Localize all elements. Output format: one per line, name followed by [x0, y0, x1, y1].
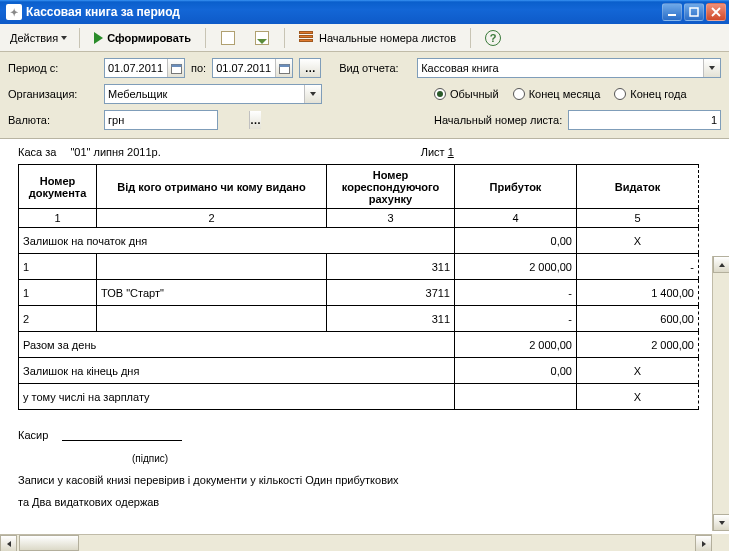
scroll-down-icon[interactable] [713, 514, 729, 531]
period-to-input[interactable] [213, 59, 275, 77]
mode-usual[interactable]: Обычный [434, 88, 499, 100]
scroll-left-icon[interactable] [0, 535, 17, 551]
report-type-field[interactable] [417, 58, 721, 78]
ellipsis-icon[interactable]: … [249, 111, 261, 129]
page-down-icon [254, 30, 270, 46]
cell-out: 1 400,00 [577, 280, 699, 306]
cell-doc: 2 [19, 306, 97, 332]
cell-span-label: Залишок на кінець дня [19, 358, 455, 384]
page-up-button[interactable] [214, 28, 242, 48]
cell-in: 0,00 [455, 358, 577, 384]
table-row: 13112 000,00- [19, 254, 699, 280]
cell-span-label: Разом за день [19, 332, 455, 358]
page-down-button[interactable] [248, 28, 276, 48]
cell-in: 2 000,00 [455, 254, 577, 280]
maximize-button[interactable] [684, 3, 704, 21]
start-page-label: Начальный номер листа: [434, 114, 562, 126]
report-type-input[interactable] [418, 59, 703, 77]
signer-label: Касир [18, 429, 48, 441]
org-field[interactable] [104, 84, 322, 104]
page-up-icon [220, 30, 236, 46]
svg-rect-3 [171, 64, 181, 67]
toolbar-separator [205, 28, 206, 48]
period-from-input[interactable] [105, 59, 167, 77]
cell-in: - [455, 280, 577, 306]
period-from-label: Период с: [8, 62, 98, 74]
cell-who: ТОВ "Старт" [97, 280, 327, 306]
scroll-thumb[interactable] [19, 535, 79, 551]
cell-span-label: у тому числі на зарплату [19, 384, 455, 410]
radio-icon [513, 88, 525, 100]
kasa-date: "01" липня 2011р. [70, 146, 160, 158]
period-from-field[interactable] [104, 58, 185, 78]
actions-label: Действия [10, 32, 58, 44]
currency-input[interactable] [105, 111, 249, 129]
idx-1: 1 [19, 209, 97, 228]
report-type-label: Вид отчета: [339, 62, 411, 74]
col-who: Від кого отримано чи кому видано [97, 165, 327, 209]
mode-radio-group: Обычный Конец месяца Конец года [434, 88, 687, 100]
cell-out: Х [577, 358, 699, 384]
start-page-input[interactable] [569, 111, 720, 129]
app-icon: ✦ [6, 4, 22, 20]
initial-numbers-button[interactable]: Начальные номера листов [293, 29, 462, 47]
idx-4: 4 [455, 209, 577, 228]
dropdown-icon[interactable] [304, 85, 321, 103]
mode-year-end[interactable]: Конец года [614, 88, 686, 100]
table-row: Разом за день2 000,002 000,00 [19, 332, 699, 358]
org-input[interactable] [105, 85, 304, 103]
toolbar: Действия Сформировать Начальные номера л… [0, 24, 729, 52]
period-to-label: по: [191, 62, 206, 74]
currency-label: Валюта: [8, 114, 98, 126]
cell-out: Х [577, 384, 699, 410]
cell-in: 0,00 [455, 228, 577, 254]
cell-acct: 311 [327, 306, 455, 332]
report-footer: Касир (підпис) Записи у касовій книзі пе… [18, 428, 698, 508]
col-acct: Номер кореспондуючого рахунку [327, 165, 455, 209]
cell-who [97, 254, 327, 280]
close-button[interactable] [706, 3, 726, 21]
cell-in: - [455, 306, 577, 332]
cell-span-label: Залишок на початок дня [19, 228, 455, 254]
currency-field[interactable]: … [104, 110, 218, 130]
help-button[interactable]: ? [479, 28, 507, 48]
calendar-icon[interactable] [275, 59, 292, 77]
period-to-field[interactable] [212, 58, 293, 78]
vertical-scrollbar[interactable] [712, 256, 729, 531]
scroll-up-icon[interactable] [713, 256, 729, 273]
cell-out: 2 000,00 [577, 332, 699, 358]
idx-2: 2 [97, 209, 327, 228]
mode-month-end[interactable]: Конец месяца [513, 88, 601, 100]
idx-5: 5 [577, 209, 699, 228]
start-page-field[interactable] [568, 110, 721, 130]
form-label: Сформировать [107, 32, 191, 44]
report-header: Каса за "01" липня 2011р. Лист 1 [18, 146, 711, 158]
kasa-label: Каса за [18, 146, 56, 158]
mode-usual-label: Обычный [450, 88, 499, 100]
horizontal-scrollbar[interactable] [0, 534, 712, 551]
dropdown-icon[interactable] [703, 59, 720, 77]
toolbar-separator [470, 28, 471, 48]
cell-out: - [577, 254, 699, 280]
minimize-button[interactable] [662, 3, 682, 21]
toolbar-separator [79, 28, 80, 48]
toolbar-separator [284, 28, 285, 48]
scroll-right-icon[interactable] [695, 535, 712, 551]
table-row: Залишок на початок дня0,00Х [19, 228, 699, 254]
table-row: 2311-600,00 [19, 306, 699, 332]
cell-out: Х [577, 228, 699, 254]
cash-table: Номер документа Від кого отримано чи ком… [18, 164, 699, 410]
cell-doc: 1 [19, 254, 97, 280]
cell-out: 600,00 [577, 306, 699, 332]
svg-rect-1 [690, 8, 698, 16]
table-row: Залишок на кінець дня0,00Х [19, 358, 699, 384]
table-row: 1ТОВ "Старт"3711-1 400,00 [19, 280, 699, 306]
play-icon [94, 32, 103, 44]
col-out: Видаток [577, 165, 699, 209]
calendar-icon[interactable] [167, 59, 184, 77]
window-title: Кассовая книга за период [26, 5, 662, 19]
period-picker-button[interactable]: … [299, 58, 321, 78]
form-button[interactable]: Сформировать [88, 30, 197, 46]
actions-dropdown[interactable]: Действия [6, 30, 71, 46]
radio-icon [434, 88, 446, 100]
